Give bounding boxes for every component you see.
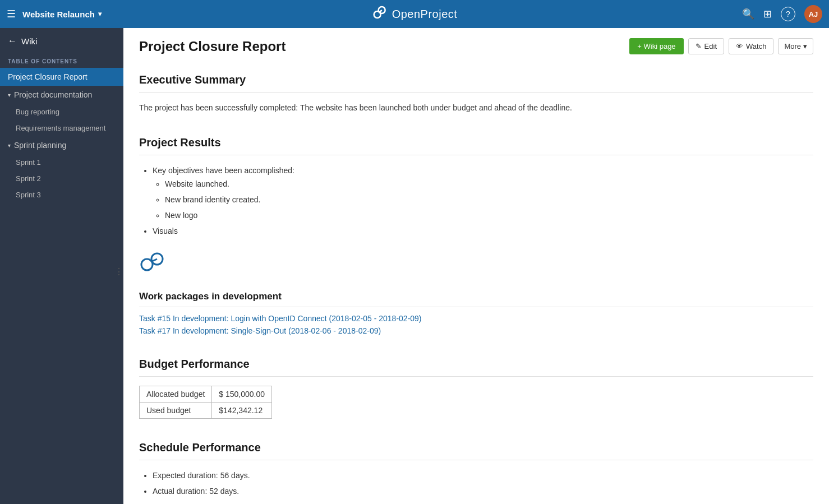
section-project-results: Project Results Key objectives have been… (139, 127, 813, 238)
sidebar-item-sprint-3[interactable]: Sprint 3 (0, 187, 123, 203)
toc-label: TABLE OF CONTENTS (0, 54, 123, 68)
sidebar-back-to-wiki[interactable]: ← Wiki (0, 28, 123, 54)
sidebar-wiki-label: Wiki (21, 36, 37, 46)
app-name-label: OpenProject (392, 8, 458, 21)
sidebar-resize-handle[interactable] (121, 28, 123, 504)
project-name[interactable]: Website Relaunch ▾ (22, 10, 102, 19)
content-header: Project Closure Report + Wiki page ✎ Edi… (123, 28, 829, 64)
budget-value: $ 150,000.00 (212, 386, 272, 403)
work-package-link-15[interactable]: Task #15 In development: Login with Open… (139, 314, 813, 323)
svg-line-2 (380, 10, 382, 12)
sidebar-section-label: Project documentation (14, 90, 92, 99)
grid-icon[interactable]: ⊞ (763, 8, 772, 20)
section-heading: Work packages in development (139, 283, 813, 307)
sidebar: ← Wiki TABLE OF CONTENTS Project Closure… (0, 28, 123, 504)
section-heading: Project Results (139, 127, 813, 155)
openproject-logo-decoration (139, 251, 813, 274)
nav-right-actions: 🔍 ⊞ ? AJ (742, 5, 822, 23)
budget-label: Used budget (140, 403, 212, 419)
section-work-packages: Work packages in development Task #15 In… (139, 283, 813, 335)
sidebar-section-sprint-planning[interactable]: ▾ Sprint planning (0, 136, 123, 154)
page-title: Project Closure Report (139, 39, 629, 54)
project-chevron-icon: ▾ (98, 10, 102, 18)
section-schedule-performance: Schedule Performance Expected duration: … (139, 432, 813, 498)
header-actions: + Wiki page ✎ Edit 👁 Watch More ▾ (629, 38, 813, 54)
schedule-list: Expected duration: 56 days. Actual durat… (139, 469, 813, 498)
search-icon[interactable]: 🔍 (742, 8, 754, 20)
watch-icon: 👁 (736, 42, 743, 50)
edit-button[interactable]: ✎ Edit (688, 38, 724, 54)
app-logo: OpenProject (372, 4, 458, 24)
wiki-page-button[interactable]: + Wiki page (629, 38, 683, 54)
watch-label: Watch (746, 42, 766, 50)
section-heading: Budget Performance (139, 349, 813, 377)
sidebar-section-label: Sprint planning (14, 141, 66, 150)
executive-summary-text: The project has been successfully comple… (139, 101, 813, 114)
watch-button[interactable]: 👁 Watch (729, 38, 773, 54)
list-item: Website launched. (165, 178, 813, 191)
sidebar-item-requirements-management[interactable]: Requirements management (0, 120, 123, 136)
help-icon[interactable]: ? (781, 7, 795, 21)
list-item: New brand identity created. (165, 193, 813, 207)
back-arrow-icon: ← (8, 36, 17, 46)
sub-list: Website launched. New brand identity cre… (153, 178, 813, 222)
budget-table: Allocated budget $ 150,000.00 Used budge… (139, 386, 272, 419)
top-navigation: ☰ Website Relaunch ▾ OpenProject 🔍 ⊞ ? A… (0, 0, 829, 28)
budget-value: $142,342.12 (212, 403, 272, 419)
main-content: Project Closure Report + Wiki page ✎ Edi… (123, 28, 829, 504)
table-row: Allocated budget $ 150,000.00 (140, 386, 272, 403)
edit-icon: ✎ (696, 42, 702, 50)
chevron-down-icon: ▾ (8, 92, 11, 98)
edit-label: Edit (704, 42, 717, 50)
list-item: Key objectives have been accomplished: W… (153, 164, 813, 222)
list-item: Actual duration: 52 days. (153, 485, 813, 498)
avatar[interactable]: AJ (804, 5, 822, 23)
more-chevron-icon: ▾ (803, 42, 807, 50)
hamburger-icon[interactable]: ☰ (7, 8, 16, 20)
sidebar-item-bug-reporting[interactable]: Bug reporting (0, 104, 123, 120)
project-results-list: Key objectives have been accomplished: W… (139, 164, 813, 238)
list-item: New logo (165, 209, 813, 223)
chevron-down-icon: ▾ (8, 142, 11, 149)
sidebar-section-project-documentation[interactable]: ▾ Project documentation (0, 86, 123, 104)
sidebar-item-sprint-2[interactable]: Sprint 2 (0, 170, 123, 187)
sidebar-item-sprint-1[interactable]: Sprint 1 (0, 154, 123, 170)
sidebar-item-project-closure-report[interactable]: Project Closure Report (0, 68, 123, 86)
section-budget-performance: Budget Performance Allocated budget $ 15… (139, 349, 813, 419)
logo-icon (372, 4, 388, 24)
more-button[interactable]: More ▾ (778, 38, 813, 54)
wiki-content: Executive Summary The project has been s… (123, 64, 829, 504)
list-item: Expected duration: 56 days. (153, 469, 813, 483)
work-package-link-17[interactable]: Task #17 In development: Single-Sign-Out… (139, 326, 813, 335)
more-label: More (784, 42, 801, 50)
section-heading: Executive Summary (139, 64, 813, 93)
section-executive-summary: Executive Summary The project has been s… (139, 64, 813, 114)
list-item: Visuals (153, 225, 813, 238)
section-heading: Schedule Performance (139, 432, 813, 460)
project-name-label: Website Relaunch (22, 10, 95, 19)
budget-label: Allocated budget (140, 386, 212, 403)
table-row: Used budget $142,342.12 (140, 403, 272, 419)
